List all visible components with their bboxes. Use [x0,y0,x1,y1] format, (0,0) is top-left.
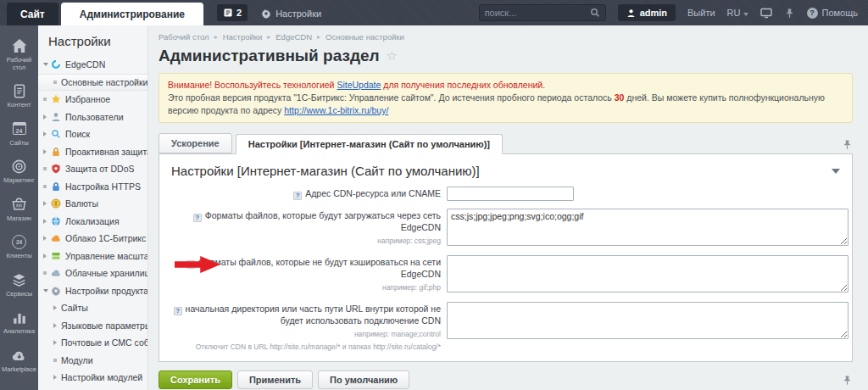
field-help-icon[interactable]: ? [174,307,182,315]
menu-item-main-settings[interactable]: Основные настройки [38,74,147,92]
logout-link[interactable]: Выйти [687,8,715,18]
rail-item-marketplace[interactable]: Marketplace [0,342,38,380]
pin-icon[interactable] [842,375,853,386]
chevron-collapsed-icon[interactable] [43,254,51,259]
breadcrumb-separator-icon: ▸ [317,33,320,41]
collapse-chevron-icon[interactable] [832,169,840,174]
user-menu-button[interactable]: admin [618,4,676,21]
chevron-collapsed-icon[interactable] [53,340,61,345]
menu-item-proactive-protection[interactable]: Проактивная защита [38,143,147,161]
lock-blue-icon [51,181,63,192]
module-rail: Рабочий стол Контент 24 Сайты Маркетинг … [0,25,38,390]
favorite-star-icon[interactable]: ☆ [387,48,398,64]
menu-item-favorites[interactable]: Избранное [38,91,147,109]
chevron-expanded-icon[interactable] [43,63,51,66]
menu-item-https-settings[interactable]: Настройка HTTPS [38,178,147,196]
rail-item-services[interactable]: Сервисы [0,266,38,304]
menu-item-cloud-storage[interactable]: Облачные хранилища [38,265,147,282]
language-select[interactable]: RU [727,8,748,18]
tab-administration[interactable]: Администрирование [61,3,203,25]
field-row-start-directory: ?начальная директория или часть пути URL… [159,302,852,352]
help-button[interactable]: ? Помощь [807,8,859,19]
tab-site[interactable]: Сайт [7,3,58,25]
settings-menu-title: Настройки [38,25,147,56]
field-help-icon[interactable]: ? [293,192,302,200]
rail-item-desktop[interactable]: Рабочий стол [0,32,38,77]
target-icon [11,158,28,175]
breadcrumb-item[interactable]: Рабочий стол [159,32,209,42]
chevron-collapsed-icon[interactable] [43,201,51,206]
calendar-icon: 24 [11,120,28,137]
chevron-down-icon [743,13,748,16]
chevron-expanded-icon[interactable] [43,289,51,292]
cdn-address-input[interactable] [447,187,574,201]
breadcrumb-item[interactable]: Основные настройки [326,32,404,42]
search-input[interactable] [485,8,590,18]
menu-item-edgecdn[interactable]: EdgeCDN [38,56,147,74]
menu-item-currencies[interactable]: Валюты [38,195,147,213]
menu-item-localization[interactable]: Локализация [38,213,147,231]
gear-icon [51,286,63,296]
rail-item-sites[interactable]: 24 Сайты [0,115,38,153]
menu-item-bitrix-cloud[interactable]: Облако 1С-Битрикс [38,230,147,248]
field-hint: например: css;jpeg [159,237,441,246]
home-icon [11,37,28,54]
formats-load-textarea[interactable]: css;js;jpg;jpeg;png;svg;ico;ogg;gif [447,209,849,246]
formats-nocache-textarea[interactable] [447,255,849,292]
pin-icon[interactable] [784,8,795,19]
bullet-icon [53,81,61,84]
panel-toggle-icon[interactable] [760,7,772,19]
rail-item-store[interactable]: Магазин [0,191,38,229]
globe-icon [51,216,63,226]
menu-item-module-settings[interactable]: Настройки модулей [38,369,147,387]
rail-item-analytics[interactable]: Аналитика [0,304,38,342]
notice-line-update: Внимание! Воспользуйтесь технологией Sit… [168,79,843,92]
menu-item-users[interactable]: Пользователи [38,109,147,126]
menu-item-ddos-protection[interactable]: Защита от DDoS [38,160,147,178]
notifications-badge[interactable]: 2 [217,4,248,21]
user-icon [626,8,636,18]
chevron-collapsed-icon[interactable] [53,375,61,380]
save-button[interactable]: Сохранить [159,370,232,389]
rail-item-marketing[interactable]: Маркетинг [0,153,38,191]
default-button[interactable]: По умолчанию [318,370,409,389]
menu-item-product-settings[interactable]: Настройки продукта [38,282,147,300]
breadcrumb: Рабочий стол ▸ Настройки ▸ EdgeCDN ▸ Осн… [159,32,853,42]
menu-item-autocache[interactable]: Автокеширование [38,387,147,390]
breadcrumb-item[interactable]: EdgeCDN [275,32,312,42]
menu-item-search[interactable]: Поиск [38,125,147,143]
field-row-cdn-address: ?Адрес CDN-ресурса или CNAME [159,187,852,201]
menu-item-modules[interactable]: Модули [38,352,147,370]
chevron-collapsed-icon[interactable] [43,131,51,136]
rail-item-content[interactable]: Контент [0,77,38,115]
apply-button[interactable]: Применить [237,370,313,389]
shield-icon [51,164,63,174]
chevron-collapsed-icon[interactable] [43,236,51,241]
bullet-icon [43,185,51,188]
menu-item-language-params[interactable]: Языковые параметры [38,317,147,335]
siteupdate-link[interactable]: SiteUpdate [337,80,381,90]
field-hint-2: Отключит CDN в URL http://site.ru/manage… [159,343,441,352]
notifications-count: 2 [236,8,242,18]
topbar-settings-button[interactable]: Настройки [261,8,321,19]
start-directory-textarea[interactable] [447,302,849,339]
chevron-collapsed-icon[interactable] [43,219,51,224]
question-icon: ? [807,8,818,19]
buy-link[interactable]: http://www.1c-bitrix.ru/buy/ [284,105,388,115]
breadcrumb-item[interactable]: Настройки [223,32,263,42]
tab-settings-store[interactable]: Настройки [Интернет-магазин (Сайт по умо… [236,134,503,154]
chevron-collapsed-icon[interactable] [43,149,51,154]
chevron-collapsed-icon[interactable] [43,114,51,120]
menu-item-scaling[interactable]: Управление масштабирова [38,248,147,265]
field-help-icon[interactable]: ? [193,214,202,222]
rail-item-clients[interactable]: 24 Клиенты [0,228,38,266]
search-icon[interactable] [590,8,600,18]
main-content: Рабочий стол ▸ Настройки ▸ EdgeCDN ▸ Осн… [148,25,868,390]
menu-item-sites[interactable]: Сайты [38,299,147,317]
chevron-collapsed-icon[interactable] [53,305,61,310]
pin-icon[interactable] [842,139,853,150]
chevron-collapsed-icon[interactable] [53,323,61,328]
tab-acceleration[interactable]: Ускорение [159,133,232,153]
menu-item-mail-sms-events[interactable]: Почтовые и СМС события [38,334,147,352]
cloud-orange-icon [51,233,63,243]
